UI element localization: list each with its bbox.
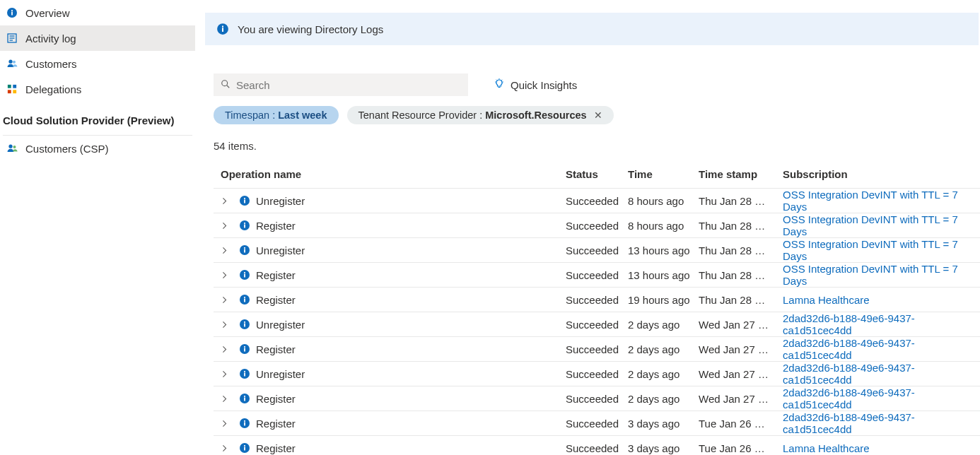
table-row[interactable]: Unregister Succeeded 2 days ago Wed Jan … <box>214 362 980 386</box>
chevron-right-icon[interactable] <box>221 368 231 380</box>
subscription-link[interactable]: 2dad32d6-b188-49e6-9437-ca1d51cec4dd <box>783 362 915 386</box>
chevron-right-icon[interactable] <box>221 343 231 355</box>
info-circle-icon <box>239 244 250 256</box>
delegations-icon <box>6 83 18 95</box>
cell-time: 3 days ago <box>628 418 699 430</box>
subscription-link[interactable]: 2dad32d6-b188-49e6-9437-ca1d51cec4dd <box>783 337 915 361</box>
subscription-link[interactable]: OSS Integration DevINT with TTL = 7 Days <box>783 238 958 262</box>
sidebar-item-customers-csp[interactable]: Customers (CSP) <box>0 136 195 161</box>
subscription-link[interactable]: OSS Integration DevINT with TTL = 7 Days <box>783 213 958 237</box>
cell-status: Succeeded <box>566 343 628 355</box>
cell-operation: Unregister <box>256 319 305 331</box>
table-row[interactable]: Register Succeeded 3 days ago Tue Jan 26… <box>214 411 980 436</box>
info-circle-icon <box>239 393 250 404</box>
subscription-link[interactable]: OSS Integration DevINT with TTL = 7 Days <box>783 189 958 213</box>
customers-icon <box>6 57 18 70</box>
table-row[interactable]: Register Succeeded 3 days ago Tue Jan 26… <box>214 436 980 455</box>
svg-rect-34 <box>244 247 245 249</box>
sidebar-item-label: Customers (CSP) <box>25 143 109 155</box>
table-row[interactable]: Register Succeeded 8 hours ago Thu Jan 2… <box>214 213 980 238</box>
sidebar-item-label: Overview <box>25 7 70 19</box>
close-icon[interactable]: ✕ <box>594 110 602 121</box>
table-row[interactable]: Unregister Succeeded 13 hours ago Thu Ja… <box>214 238 980 263</box>
main-content: You are viewing Directory Logs Quick Ins… <box>195 0 980 455</box>
svg-line-24 <box>496 79 497 80</box>
quick-insights-label: Quick Insights <box>511 79 577 91</box>
subscription-link[interactable]: Lamna Healthcare <box>783 294 870 306</box>
svg-rect-58 <box>244 445 245 447</box>
table-header: Operation name Status Time Time stamp Su… <box>214 160 980 189</box>
search-box[interactable] <box>214 73 468 96</box>
chevron-right-icon[interactable] <box>221 244 231 256</box>
table-row[interactable]: Register Succeeded 13 hours ago Thu Jan … <box>214 263 980 288</box>
table-row[interactable]: Register Succeeded 2 days ago Wed Jan 27… <box>214 337 980 362</box>
info-circle-icon <box>6 6 18 19</box>
cell-status: Succeeded <box>566 418 628 430</box>
svg-point-13 <box>8 145 12 148</box>
col-header-status[interactable]: Status <box>566 168 628 180</box>
cell-status: Succeeded <box>566 319 628 331</box>
table-row[interactable]: Register Succeeded 2 days ago Wed Jan 27… <box>214 386 980 411</box>
svg-rect-33 <box>244 249 245 253</box>
sidebar-section-csp: Cloud Solution Provider (Preview) <box>0 102 195 132</box>
svg-rect-28 <box>244 198 245 199</box>
info-circle-icon <box>239 442 250 454</box>
svg-rect-36 <box>244 274 245 278</box>
col-header-operation[interactable]: Operation name <box>214 168 566 180</box>
col-header-time[interactable]: Time <box>628 168 699 180</box>
svg-rect-51 <box>244 398 245 401</box>
sidebar-item-overview[interactable]: Overview <box>0 0 195 25</box>
subscription-link[interactable]: OSS Integration DevINT with TTL = 7 Days <box>783 263 958 287</box>
svg-rect-55 <box>244 420 245 422</box>
subscription-link[interactable]: 2dad32d6-b188-49e6-9437-ca1d51cec4dd <box>783 386 915 410</box>
info-circle-icon <box>239 195 250 206</box>
svg-line-25 <box>502 79 503 80</box>
info-circle-icon <box>216 23 229 35</box>
cell-timestamp: Wed Jan 27 … <box>699 343 767 355</box>
svg-rect-48 <box>244 373 245 377</box>
filter-pill-provider[interactable]: Tenant Resource Provider : Microsoft.Res… <box>347 106 614 124</box>
svg-rect-37 <box>244 272 245 273</box>
chevron-right-icon[interactable] <box>221 319 231 331</box>
chevron-right-icon[interactable] <box>221 269 231 281</box>
subscription-link[interactable]: 2dad32d6-b188-49e6-9437-ca1d51cec4dd <box>783 411 915 435</box>
svg-rect-54 <box>244 422 245 426</box>
svg-rect-11 <box>8 90 11 93</box>
search-input[interactable] <box>236 79 461 91</box>
sidebar-item-customers[interactable]: Customers <box>0 51 195 76</box>
chevron-right-icon[interactable] <box>221 220 231 232</box>
pill-value: Microsoft.Resources <box>485 110 586 121</box>
quick-insights-button[interactable]: Quick Insights <box>494 78 577 92</box>
chevron-right-icon[interactable] <box>221 442 231 454</box>
col-header-subscription[interactable]: Subscription <box>767 168 980 180</box>
chevron-right-icon[interactable] <box>221 195 231 207</box>
info-circle-icon <box>239 294 250 305</box>
cell-timestamp: Tue Jan 26 … <box>699 418 767 430</box>
cell-timestamp: Thu Jan 28 … <box>699 244 767 256</box>
chevron-right-icon[interactable] <box>221 294 231 306</box>
svg-rect-42 <box>244 324 245 327</box>
cell-operation: Register <box>256 418 296 430</box>
cell-timestamp: Thu Jan 28 … <box>699 220 767 232</box>
chevron-right-icon[interactable] <box>221 418 231 430</box>
filter-pill-timespan[interactable]: Timespan : Last week <box>214 106 339 124</box>
table-row[interactable]: Unregister Succeeded 2 days ago Wed Jan … <box>214 312 980 337</box>
table-row[interactable]: Register Succeeded 19 hours ago Thu Jan … <box>214 288 980 312</box>
subscription-link[interactable]: Lamna Healthcare <box>783 442 870 454</box>
pill-label: Tenant Resource Provider : <box>358 110 483 121</box>
svg-point-8 <box>13 61 16 64</box>
svg-rect-52 <box>244 396 245 397</box>
subscription-link[interactable]: 2dad32d6-b188-49e6-9437-ca1d51cec4dd <box>783 312 915 336</box>
table-row[interactable]: Unregister Succeeded 8 hours ago Thu Jan… <box>214 189 980 213</box>
sidebar-item-activity-log[interactable]: Activity log <box>0 25 195 51</box>
cell-operation: Register <box>256 393 296 405</box>
items-count: 54 items. <box>214 140 980 152</box>
svg-line-19 <box>227 85 230 88</box>
cell-operation: Register <box>256 442 296 454</box>
col-header-timestamp[interactable]: Time stamp <box>699 168 767 180</box>
chevron-right-icon[interactable] <box>221 393 231 405</box>
cell-time: 2 days ago <box>628 319 699 331</box>
cell-operation: Register <box>256 269 296 281</box>
sidebar-item-delegations[interactable]: Delegations <box>0 76 195 102</box>
cell-operation: Unregister <box>256 368 305 380</box>
